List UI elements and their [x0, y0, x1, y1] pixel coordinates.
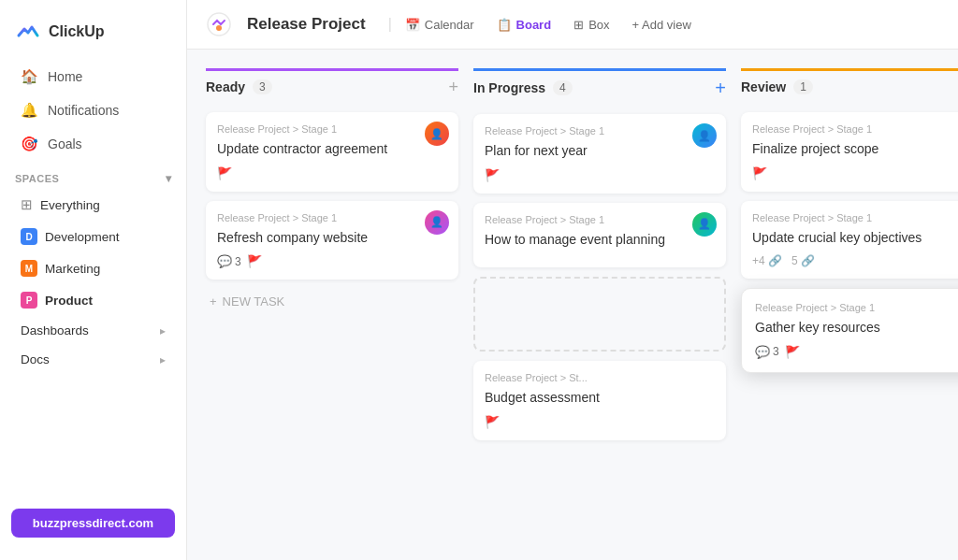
goals-icon: 🎯 — [21, 136, 38, 152]
home-icon: 🏠 — [21, 68, 38, 85]
app-logo: ClickUp — [0, 11, 186, 60]
box-icon: ⊞ — [573, 18, 584, 32]
main-content: Release Project | 📅 Calendar 📋 Board ⊞ B… — [187, 0, 958, 560]
card-footer-c1: 🚩 — [217, 166, 447, 180]
sidebar-item-goals[interactable]: 🎯 Goals — [6, 128, 181, 160]
column-count-review: 1 — [793, 79, 813, 94]
sidebar-footer: buzzpressdirect.com — [0, 497, 186, 549]
add-view-button[interactable]: + Add view — [623, 13, 701, 36]
column-ready: Ready 3 + 👤 Release Project > Stage 1 Up… — [206, 68, 458, 314]
sidebar-item-marketing[interactable]: M Marketing — [6, 253, 181, 283]
board-icon: 📋 — [497, 18, 512, 32]
card-c1[interactable]: 👤 Release Project > Stage 1 Update contr… — [206, 112, 458, 192]
card-title-floating: Gather key resources — [755, 319, 958, 337]
bell-icon: 🔔 — [21, 102, 38, 119]
marketing-label: Marketing — [45, 262, 100, 276]
tab-box[interactable]: ⊞ Box — [564, 13, 618, 36]
column-header-ready: Ready 3 + — [206, 68, 458, 105]
add-view-label: + Add view — [632, 18, 691, 32]
card-title-c1: Update contractor agreement — [217, 140, 447, 159]
stat-c7-2: 5 🔗 — [791, 254, 815, 267]
dashboards-label: Dashboards — [21, 323, 89, 337]
column-count-ready: 3 — [253, 79, 272, 94]
everything-icon: ⊞ — [21, 196, 33, 213]
sidebar-item-development[interactable]: D Development — [6, 222, 181, 251]
sidebar: ClickUp 🏠 Home 🔔 Notifications 🎯 Goals S… — [0, 0, 187, 560]
column-add-in-progress[interactable]: + — [715, 79, 726, 97]
chevron-right-icon-docs: ▸ — [160, 353, 166, 366]
chevron-down-icon: ▾ — [166, 172, 172, 185]
development-label: Development — [45, 230, 120, 244]
avatar-c2: 👤 — [425, 210, 449, 235]
column-count-in-progress: 4 — [553, 80, 573, 95]
new-task-label-ready: NEW TASK — [223, 294, 285, 309]
card-meta-c7: Release Project > Stage 1 — [752, 212, 958, 223]
board-label: Board — [516, 18, 552, 32]
divider-1: | — [388, 16, 392, 33]
comment-icon-c2: 💬 — [217, 254, 232, 268]
floating-card-gather[interactable]: 👤 Release Project > Stage 1 Gather key r… — [741, 288, 958, 373]
comment-icon-floating: 💬 — [755, 345, 770, 359]
svg-point-0 — [208, 13, 230, 36]
project-icon — [206, 11, 232, 37]
tab-board[interactable]: 📋 Board — [487, 13, 561, 36]
flag-icon-c2: 🚩 — [247, 254, 262, 268]
new-task-ready[interactable]: + NEW TASK — [206, 289, 458, 314]
flag-icon-c5: 🚩 — [485, 415, 500, 429]
card-title-c4: How to manage event planning — [485, 231, 715, 250]
card-meta-c6: Release Project > Stage 1 — [752, 123, 958, 135]
sidebar-goals-label: Goals — [48, 136, 82, 151]
docs-label: Docs — [21, 352, 50, 366]
svg-point-1 — [216, 25, 222, 31]
card-meta-c5: Release Project > St... — [485, 372, 715, 383]
card-c4[interactable]: 👤 Release Project > Stage 1 How to manag… — [473, 203, 726, 268]
product-dot: P — [21, 292, 37, 309]
card-meta-c4: Release Project > Stage 1 — [485, 214, 715, 225]
card-meta-c2: Release Project > Stage 1 — [217, 212, 447, 223]
column-title-ready: Ready — [206, 79, 245, 94]
sidebar-item-home[interactable]: 🏠 Home — [6, 61, 181, 93]
card-c3[interactable]: 👤 Release Project > Stage 1 Plan for nex… — [473, 114, 726, 194]
flag-icon-c1: 🚩 — [217, 166, 232, 180]
column-title-in-progress: In Progress — [473, 80, 545, 95]
marketing-dot: M — [21, 260, 37, 277]
calendar-icon: 📅 — [405, 18, 420, 32]
app-name: ClickUp — [49, 23, 105, 40]
spaces-section-label: Spaces ▾ — [0, 161, 186, 189]
card-footer-floating: 💬 3 🚩 — [755, 345, 958, 359]
everything-label: Everything — [40, 198, 100, 212]
sidebar-item-docs[interactable]: Docs ▸ — [6, 346, 181, 373]
card-c6[interactable]: 👤 Release Project > Stage 1 Finalize pro… — [741, 112, 958, 192]
card-title-c6: Finalize project scope — [752, 140, 958, 159]
sidebar-item-notifications[interactable]: 🔔 Notifications — [6, 94, 181, 126]
clickup-logo-icon — [15, 19, 41, 45]
card-c2[interactable]: 👤 Release Project > Stage 1 Refresh comp… — [206, 201, 458, 280]
plus-icon-new-task: + — [210, 294, 217, 309]
card-c7[interactable]: 👤 Release Project > Stage 1 Update cruci… — [741, 201, 958, 280]
sidebar-item-dashboards[interactable]: Dashboards ▸ — [6, 317, 181, 344]
card-title-c2: Refresh company website — [217, 229, 447, 248]
comment-count-c2: 3 — [235, 255, 241, 268]
calendar-label: Calendar — [425, 18, 474, 32]
sidebar-item-product[interactable]: P Product — [6, 285, 181, 315]
tab-calendar[interactable]: 📅 Calendar — [396, 13, 484, 36]
card-meta-floating: Release Project > Stage 1 — [755, 302, 958, 313]
comment-stat-floating: 💬 3 — [755, 345, 779, 359]
stat-c7-1: +4 🔗 — [752, 254, 782, 267]
avatar-c3: 👤 — [692, 123, 717, 148]
sidebar-home-label: Home — [48, 69, 82, 84]
card-c5[interactable]: Release Project > St... Budget assessmen… — [473, 361, 726, 440]
card-footer-c7: +4 🔗 5 🔗 — [752, 254, 958, 267]
flag-icon-c3: 🚩 — [485, 168, 500, 182]
avatar-c4: 👤 — [692, 212, 717, 237]
page-title: Release Project — [247, 15, 366, 34]
sidebar-item-everything[interactable]: ⊞ Everything — [6, 190, 181, 220]
page-header: Release Project | 📅 Calendar 📋 Board ⊞ B… — [187, 0, 958, 50]
development-dot: D — [21, 228, 37, 245]
comment-count-floating: 3 — [773, 345, 779, 358]
column-add-ready[interactable]: + — [448, 79, 458, 95]
box-label: Box — [588, 18, 609, 32]
flag-icon-floating: 🚩 — [785, 345, 800, 359]
column-review: Review 1 + 👤 Release Project > Stage 1 F… — [741, 68, 958, 382]
flag-icon-c6: 🚩 — [752, 166, 767, 180]
